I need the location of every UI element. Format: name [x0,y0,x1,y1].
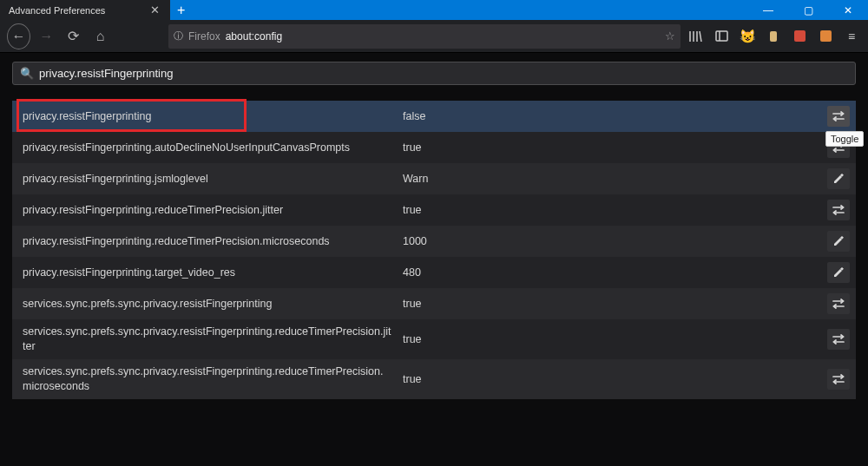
toggle-button[interactable] [827,293,850,314]
search-icon: 🔍 [20,67,34,80]
pref-name: services.sync.prefs.sync.privacy.resistF… [23,325,403,354]
toggle-button[interactable] [827,329,850,350]
svg-line-3 [700,31,701,42]
forward-button[interactable]: → [36,24,57,49]
pref-row[interactable]: privacy.resistFingerprintingfalse [12,101,856,132]
pref-value: true [403,333,821,345]
url-host: Firefox [188,30,220,43]
svg-rect-4 [716,31,727,41]
new-tab-button[interactable]: + [170,0,192,20]
toggle-button[interactable] [827,200,850,220]
pref-name: privacy.resistFingerprinting [23,109,403,124]
pref-value: true [403,204,821,216]
pref-name: privacy.resistFingerprinting.autoDecline… [23,141,403,155]
pref-row[interactable]: privacy.resistFingerprinting.jsmloglevel… [12,163,856,194]
pref-row[interactable]: privacy.resistFingerprinting.reduceTimer… [12,226,856,257]
pref-value: true [403,373,821,385]
library-icon[interactable] [686,27,705,46]
edit-button[interactable] [827,262,850,283]
pref-name: privacy.resistFingerprinting.reduceTimer… [23,234,403,249]
toolbar-right: 😺 ≡ [686,27,861,46]
pref-row[interactable]: privacy.resistFingerprinting.target_vide… [12,257,856,288]
identity-icon[interactable]: ⓘ [174,30,183,43]
window-controls: — ▢ ✕ [748,0,868,20]
content-area: 🔍 privacy.resistFingerprintingfalsepriva… [0,53,868,408]
minimize-button[interactable]: — [748,0,788,20]
pref-name: privacy.resistFingerprinting.jsmloglevel [23,172,403,187]
tooltip: Toggle [825,131,864,147]
ext-icon-3[interactable] [790,27,809,46]
pref-value: 1000 [403,235,821,247]
pref-row[interactable]: services.sync.prefs.sync.privacy.resistF… [12,319,856,359]
titlebar: Advanced Preferences ✕ + — ▢ ✕ [0,0,868,20]
pref-value: true [403,141,821,154]
toggle-button[interactable] [827,369,850,390]
sidebar-icon[interactable] [712,27,731,46]
pref-name: privacy.resistFingerprinting.reduceTimer… [23,203,403,218]
edit-button[interactable] [827,231,850,252]
browser-tab[interactable]: Advanced Preferences ✕ [0,0,170,20]
home-button[interactable]: ⌂ [89,24,111,49]
ext-icon-4[interactable] [816,27,835,46]
nav-toolbar: ← → ⟳ ⌂ ⓘ Firefox about:config ☆ 😺 ≡ [0,20,868,53]
toggle-button[interactable] [827,106,850,127]
pref-row[interactable]: privacy.resistFingerprinting.autoDecline… [12,132,856,163]
close-window-button[interactable]: ✕ [828,0,868,20]
url-path: about:config [226,30,282,43]
pref-search[interactable]: 🔍 [12,62,856,85]
maximize-button[interactable]: ▢ [788,0,828,20]
bookmark-star-icon[interactable]: ☆ [665,30,675,43]
pref-value: true [403,298,821,310]
edit-button[interactable] [827,168,850,189]
back-button[interactable]: ← [7,23,30,49]
ext-icon-1[interactable]: 😺 [738,27,757,46]
pref-name: services.sync.prefs.sync.privacy.resistF… [23,297,403,312]
tab-title: Advanced Preferences [9,5,105,16]
close-tab-icon[interactable]: ✕ [147,3,163,16]
pref-row[interactable]: services.sync.prefs.sync.privacy.resistF… [12,359,856,399]
pref-value: false [403,110,821,122]
menu-button[interactable]: ≡ [842,27,861,46]
pref-table: privacy.resistFingerprintingfalseprivacy… [12,101,856,399]
pref-name: services.sync.prefs.sync.privacy.resistF… [23,364,403,394]
pref-row[interactable]: privacy.resistFingerprinting.reduceTimer… [12,194,856,226]
pref-search-input[interactable] [39,67,848,80]
pref-row[interactable]: services.sync.prefs.sync.privacy.resistF… [12,288,856,319]
ext-icon-2[interactable] [764,27,783,46]
reload-button[interactable]: ⟳ [62,24,84,49]
url-bar[interactable]: ⓘ Firefox about:config ☆ [168,24,681,49]
pref-value: 480 [403,266,821,279]
pref-name: privacy.resistFingerprinting.target_vide… [23,266,403,280]
pref-value: Warn [403,173,821,185]
